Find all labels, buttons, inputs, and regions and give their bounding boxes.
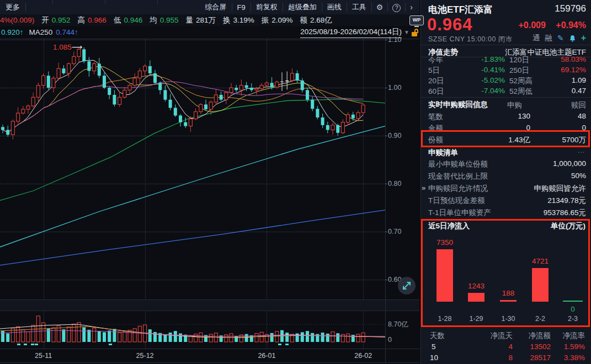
chevron-right-icon[interactable]: › [406,3,417,12]
candle [290,73,294,81]
candle [239,85,243,90]
change-pct: +0.94% [556,20,586,30]
kline-svg[interactable] [0,39,419,363]
unlock-icon[interactable] [412,29,419,36]
mini-mark [17,344,20,345]
toolbar-super-overlay[interactable]: 超级叠加 [283,2,322,12]
volume-bar [133,329,136,342]
mini-mark [285,344,289,345]
candle [47,76,50,88]
toolbar-tools[interactable]: 工具 [347,2,371,12]
volume-bar [77,323,81,342]
volume-bar [148,329,152,342]
volume-bar [6,334,9,342]
volume-bar [331,332,334,342]
candle [128,85,131,90]
wp-floating-widget[interactable]: WP [409,15,424,29]
candle [138,71,141,78]
open-label: 开 [41,15,49,25]
perf-value: 58.03% [561,55,586,63]
candle [17,113,20,121]
volume-bar [341,334,344,342]
toolbar-f9[interactable]: F9 [232,3,251,12]
candle [31,97,35,106]
perf-value: -0.41% [481,66,505,74]
candle [204,104,207,109]
col-netamount: 净流额 [515,331,551,341]
volume-bar [87,330,90,342]
volume-bar [138,326,141,342]
volume-bar [301,332,304,342]
price-stats-bar: 4%(0.009) 开 0.952 高 0.966 低 0.946 均 0.95… [0,14,419,26]
help-icon[interactable]: ? [388,3,405,12]
dropdown-arrow-icon[interactable]: ▼ [404,29,409,35]
toolbar-draw-line[interactable]: 画线 [322,2,347,12]
volume-value: 281万 [196,15,216,25]
list-label: T日预估现金差额 [428,196,485,206]
realtime-section-title: 实时申购赎回信息 [428,100,488,110]
candle [265,83,268,85]
trend-line-green [0,99,385,201]
alert-bell-icon[interactable] [569,35,576,42]
volume-bar [326,334,329,342]
candle [6,130,9,135]
candle [153,73,157,83]
rt-redeem-value: 48 [578,112,586,120]
candle [158,83,162,90]
volume-bar [17,326,20,342]
candle [189,119,192,126]
volume-bar [67,327,71,342]
edit-pencil-icon[interactable]: ✎ [557,34,564,42]
panel-collapse-icon[interactable]: » [422,184,425,192]
list-label: T-1日单位申赎资产 [428,208,491,218]
more-menu-button[interactable]: 更多 [0,2,25,12]
expand-chart-button[interactable] [397,276,416,295]
candle [82,49,86,61]
price-change: +0.009 +0.94% [510,20,586,30]
volume-bar [347,334,350,342]
list-value: 申购赎回皆允许 [534,184,587,194]
kline-chart-area[interactable]: 1.085⟶ 1.101.000.900.800.700.608.70亿0 25… [0,39,419,364]
candle [356,113,360,118]
settings-gear-icon[interactable]: ⚙ [372,3,388,12]
volume-bar [22,330,25,342]
ma30-line [3,82,363,132]
volume-bar [245,334,248,342]
volume-bar [1,331,4,342]
list-label: 申购赎回允许情况 [428,184,488,194]
candle [72,56,76,63]
volume-bar [209,334,212,342]
list-value: 21349.78元 [547,196,586,206]
volume-bar [361,333,365,342]
add-watchlist-icon[interactable]: + [581,33,586,43]
candle [184,122,187,126]
candle [331,125,334,130]
last-price: 0.964 [427,15,473,35]
candle [361,105,365,113]
toolbar-composite-screen[interactable]: 综合屏 [200,2,232,12]
perf-value: 69.12% [561,66,586,74]
mini-mark [109,344,112,345]
ma250-value: 0.744↑ [56,28,78,36]
ma-legend-bar: 0.920↑ MA250 0.744↑ 2025/08/19-2026/02/0… [0,26,419,39]
candle [98,64,101,76]
volume-bar [123,331,126,342]
mini-mark [278,344,281,345]
volume-bar [82,328,86,342]
col-netrate: 净流率 [553,331,585,341]
date-range-selector[interactable]: 2025/08/19-2026/02/04(114日) [300,27,402,38]
candle [174,108,177,116]
candle [230,88,233,93]
candle [225,93,228,100]
change-value: 4%(0.009) [0,16,34,24]
change-abs: +0.009 [518,20,545,30]
volume-bar [174,331,177,342]
toolbar-forward-adjust[interactable]: 前复权 [251,2,283,12]
quote-panel: 电池ETF汇添富 159796 0.964 +0.009 +0.94% SZSE… [420,0,591,364]
volume-bar [321,333,324,342]
volume-bar [270,333,274,342]
perf-value: 1.09 [572,76,586,84]
redeem-col-header: 赎回 [571,100,586,110]
volume-bar [260,332,263,342]
candle [87,61,90,71]
